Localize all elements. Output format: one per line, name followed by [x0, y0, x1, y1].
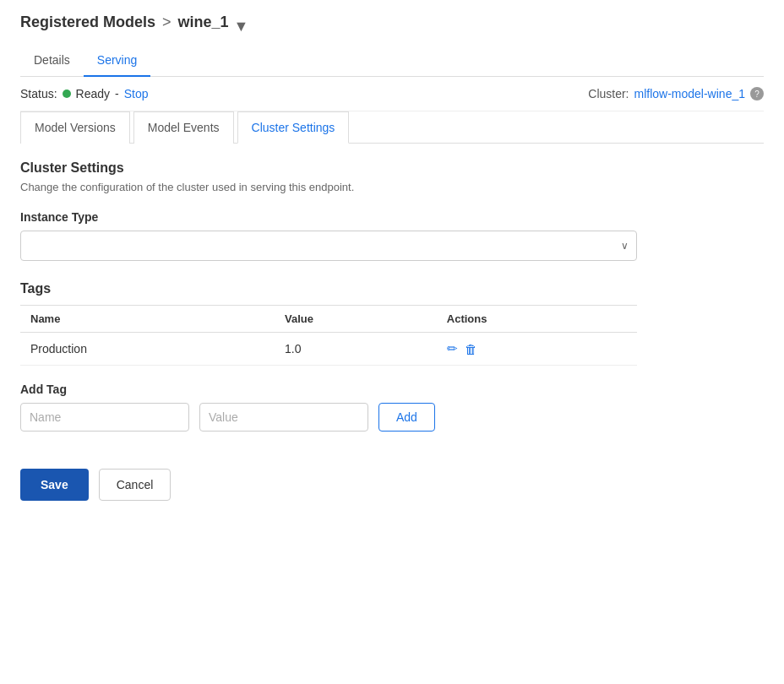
status-label: Status: — [20, 87, 57, 100]
instance-type-wrapper: ∨ — [20, 231, 637, 261]
sub-tabs: Model Versions Model Events Cluster Sett… — [20, 111, 764, 144]
action-icons: ✏ 🗑 — [447, 341, 627, 356]
breadcrumb-current-label: wine_1 — [178, 14, 229, 31]
tag-name: Production — [20, 333, 275, 366]
cluster-settings-title: Cluster Settings — [20, 160, 764, 176]
tab-model-versions[interactable]: Model Versions — [20, 111, 130, 144]
stop-link[interactable]: Stop — [124, 87, 149, 100]
tag-actions: ✏ 🗑 — [437, 333, 637, 366]
tab-model-events[interactable]: Model Events — [133, 111, 234, 144]
page-container: Registered Models > wine_1 ▼ Details Ser… — [0, 0, 784, 531]
cluster-label: Cluster: — [588, 87, 629, 100]
status-right: Cluster: mlflow-model-wine_1 ? — [588, 87, 764, 100]
add-tag-section: Add Tag Add — [20, 383, 764, 432]
dropdown-icon[interactable]: ▼ — [234, 18, 244, 28]
edit-icon[interactable]: ✏ — [447, 341, 458, 356]
add-tag-label: Add Tag — [20, 383, 764, 396]
instance-type-select[interactable] — [20, 231, 637, 261]
tags-table: Name Value Actions Production 1.0 ✏ 🗑 — [20, 305, 637, 366]
footer-buttons: Save Cancel — [20, 455, 764, 501]
col-value: Value — [275, 306, 437, 333]
status-state: Ready — [76, 87, 110, 100]
cancel-button[interactable]: Cancel — [99, 469, 172, 501]
status-left: Status: Ready - Stop — [20, 87, 149, 100]
tags-label: Tags — [20, 281, 764, 296]
tag-value: 1.0 — [275, 333, 437, 366]
status-dot — [63, 90, 71, 98]
tab-details[interactable]: Details — [20, 45, 84, 77]
col-name: Name — [20, 306, 275, 333]
tab-cluster-settings[interactable]: Cluster Settings — [237, 111, 350, 144]
table-row: Production 1.0 ✏ 🗑 — [20, 333, 637, 366]
breadcrumb-current: wine_1 ▼ — [178, 14, 244, 31]
add-tag-name-input[interactable] — [20, 403, 189, 432]
breadcrumb: Registered Models > wine_1 ▼ — [20, 14, 764, 45]
main-tabs: Details Serving — [20, 45, 764, 77]
tags-section: Tags Name Value Actions Production 1.0 — [20, 281, 764, 366]
help-icon[interactable]: ? — [750, 87, 764, 100]
breadcrumb-separator: > — [162, 14, 172, 31]
status-bar: Status: Ready - Stop Cluster: mlflow-mod… — [20, 77, 764, 111]
cluster-name-link[interactable]: mlflow-model-wine_1 — [634, 87, 746, 100]
breadcrumb-root[interactable]: Registered Models — [20, 14, 155, 31]
tab-serving[interactable]: Serving — [84, 45, 150, 77]
add-tag-value-input[interactable] — [199, 403, 368, 432]
col-actions: Actions — [437, 306, 637, 333]
delete-icon[interactable]: 🗑 — [465, 342, 477, 356]
add-tag-button[interactable]: Add — [378, 403, 435, 432]
instance-type-label: Instance Type — [20, 210, 764, 224]
save-button[interactable]: Save — [20, 469, 89, 501]
cluster-settings-desc: Change the configuration of the cluster … — [20, 181, 764, 193]
add-tag-inputs: Add — [20, 403, 764, 432]
content-area: Cluster Settings Change the configuratio… — [20, 144, 764, 518]
